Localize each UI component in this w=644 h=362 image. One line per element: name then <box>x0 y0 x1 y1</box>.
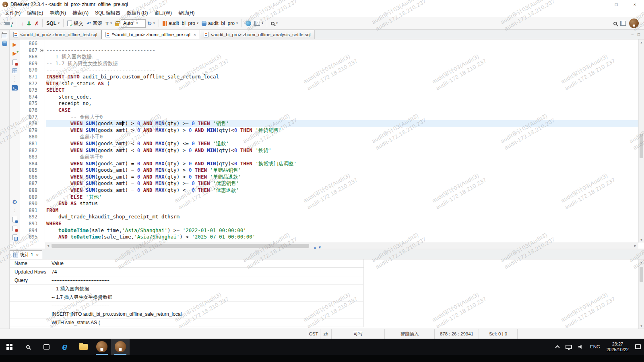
fetch-next-button[interactable]: ↓ <box>19 20 25 27</box>
code-line[interactable]: WHEN SUM(goods_amt) = 0 AND MIN(qty) > 0… <box>46 167 638 174</box>
code-line[interactable]: dwd_trade_hkaudit_shop_receipt_mt dthsrm <box>46 214 638 220</box>
code-line[interactable]: END AS status <box>46 200 638 207</box>
open-in-grid-button[interactable] <box>12 234 17 240</box>
connection-selector[interactable]: audit_bi_pro ▾ <box>161 19 200 27</box>
notification-center-button[interactable] <box>632 339 644 355</box>
execute-new-tab-button[interactable]: ▶ <box>13 51 17 56</box>
caret-icon[interactable]: ▾ <box>262 22 263 25</box>
auto-refresh-button[interactable]: ↻ ▾ <box>146 20 157 27</box>
scroll-down-icon[interactable]: ▼ <box>639 323 644 329</box>
network-button[interactable] <box>244 19 253 27</box>
editor-code[interactable]: -------------------------------------- 1… <box>45 39 638 243</box>
scroll-down-icon[interactable]: ▼ <box>639 237 644 243</box>
panel-vscrollbar[interactable]: ▲ ▼ <box>638 259 644 329</box>
database-navigator-icon[interactable] <box>2 41 7 46</box>
taskbar-explorer-button[interactable] <box>74 339 93 355</box>
caret-icon[interactable]: ▾ <box>276 22 278 25</box>
menu-item[interactable]: SQL 编辑器 <box>92 9 124 17</box>
code-line[interactable]: receipt_no, <box>46 100 638 107</box>
code-line[interactable]: INSERT INTO audit_bi_pro.custom_offline_… <box>46 74 638 80</box>
code-line[interactable]: toDateTime(sale_time,'Asia/Shanghai') >=… <box>46 227 638 234</box>
explain-plan-button[interactable] <box>12 68 17 73</box>
code-line[interactable]: WHEN SUM(goods_amt) = 0 AND MAX(qty) > 0… <box>46 160 638 167</box>
rollback-all-button[interactable]: ✗ <box>33 20 40 27</box>
task-view-button[interactable] <box>37 339 56 355</box>
language-indicator[interactable]: ENG <box>587 339 603 355</box>
terminal-button[interactable]: >_ <box>12 85 18 90</box>
caret-icon[interactable]: ▾ <box>197 22 198 25</box>
column-header-name[interactable]: Name <box>10 259 48 268</box>
hscroll-thumb[interactable] <box>52 244 309 248</box>
code-line[interactable]: WHEN SUM(goods_amt) = 0 AND MAX(qty) <= … <box>46 187 638 194</box>
editor-settings-button[interactable]: ⚙ <box>12 199 17 205</box>
caret-icon[interactable]: ▾ <box>58 22 60 25</box>
scroll-up-icon[interactable]: ▲ <box>639 39 644 45</box>
code-line[interactable]: -- 金额大于0 <box>46 114 638 121</box>
scroll-left-icon[interactable]: ◀ <box>45 243 51 249</box>
autocommit-combo[interactable]: Auto ▾ <box>121 19 146 28</box>
export-data-button[interactable] <box>12 217 17 222</box>
new-connection-button[interactable]: ▾ <box>2 21 15 27</box>
editor-tab[interactable]: *<audit_bi_pro> zhumr_offline_pre.sql× <box>101 30 200 39</box>
menu-item[interactable]: 编辑(E) <box>24 9 46 17</box>
tray-expand-button[interactable] <box>553 339 562 355</box>
taskbar-dbeaver-active-button[interactable] <box>111 339 130 355</box>
start-button[interactable] <box>0 339 19 355</box>
editor-tab[interactable]: <audit_bi_pro> zhumr_offline_test.sql <box>10 30 101 39</box>
quick-access-search-button[interactable] <box>612 21 619 27</box>
code-line[interactable]: WHEN SUM(goods_amt) < 0 AND MAX(qty) > 0… <box>46 147 638 154</box>
code-line[interactable]: WHEN SUM(goods_amt) = 0 AND MAX(qty) < 0… <box>46 174 638 181</box>
table-row[interactable]: ------------------------------------ <box>10 302 638 310</box>
save-to-file-button[interactable] <box>12 226 17 231</box>
execute-script-button[interactable] <box>12 60 17 65</box>
code-line[interactable]: WHEN SUM(goods_amt) > 0 AND MIN(qty) >= … <box>46 120 638 127</box>
code-line[interactable]: -- 1 插入国内数据 <box>46 53 638 60</box>
tray-display-button[interactable] <box>562 339 575 355</box>
close-button[interactable]: × <box>625 0 644 9</box>
code-line[interactable]: -- 1.7 插入男生女生换货数据 <box>46 60 638 67</box>
code-line[interactable]: SELECT <box>46 87 638 94</box>
schema-selector[interactable]: audit_bi_pro ▾ <box>200 19 239 27</box>
commit-button[interactable]: 提交 <box>66 19 85 28</box>
code-line[interactable]: -- 金额等于0 <box>46 154 638 160</box>
caret-icon[interactable]: ▾ <box>236 22 238 25</box>
editor-vscrollbar[interactable]: ▲ ▼ <box>638 39 644 243</box>
code-line[interactable]: ------------------------------------ <box>46 47 638 54</box>
menu-item[interactable]: 搜索(A) <box>69 9 92 17</box>
code-line[interactable]: WHEN SUM(goods_amt) < 0 AND MAX(qty) <= … <box>46 140 638 147</box>
fold-collapse-icon[interactable] <box>40 49 43 52</box>
menu-item[interactable]: 数据库(D) <box>124 9 151 17</box>
code-line[interactable] <box>46 40 638 47</box>
splitter-arrows[interactable]: ▲ ▼ <box>313 245 322 249</box>
taskbar-edge-button[interactable]: e <box>56 339 74 355</box>
stats-tab-close-icon[interactable]: × <box>36 253 39 257</box>
minimize-view-button[interactable]: – <box>631 32 634 37</box>
taskbar-dbeaver-button[interactable] <box>93 339 111 355</box>
table-row[interactable]: WITH sale_status AS ( <box>10 319 638 327</box>
table-row[interactable]: INSERT INTO audit_bi_pro.custom_offline_… <box>10 310 638 319</box>
tray-volume-button[interactable] <box>575 339 587 355</box>
column-header-value[interactable]: Value <box>48 259 364 268</box>
execute-statement-button[interactable]: ▶ <box>13 42 17 47</box>
minimize-button[interactable]: – <box>588 0 607 9</box>
layout-button[interactable]: ▾ <box>253 20 265 27</box>
menu-item[interactable]: 导航(N) <box>46 9 69 17</box>
scroll-right-icon[interactable]: ▶ <box>632 243 638 249</box>
panel-vscroll-thumb[interactable] <box>640 267 643 282</box>
taskbar-search-button[interactable] <box>19 339 37 355</box>
splitter-up-icon[interactable]: ▲ <box>313 245 317 249</box>
tab-close-icon[interactable]: × <box>194 32 196 37</box>
code-line[interactable]: ELSE '其他' <box>46 194 638 201</box>
editor-tab[interactable]: <audit_bi_pro> zhumr_offline_analysis_se… <box>200 30 314 39</box>
code-line[interactable]: CASE <box>46 107 638 114</box>
code-line[interactable]: FROM <box>46 207 638 214</box>
code-line[interactable]: AND toDateTime(sale_time,'Asia/Shanghai'… <box>46 234 638 241</box>
code-line[interactable]: ------------------------------------ <box>46 67 638 74</box>
maximize-view-button[interactable]: □ <box>638 32 640 37</box>
editor-hscrollbar[interactable]: ◀ ▶ <box>45 243 638 249</box>
caret-icon[interactable]: ▾ <box>110 22 112 25</box>
table-row[interactable]: -- 1 插入国内数据 <box>10 285 638 293</box>
splitter-down-icon[interactable]: ▼ <box>318 245 322 249</box>
caret-icon[interactable]: ▾ <box>136 22 138 25</box>
menu-item[interactable]: 窗口(W) <box>151 9 175 17</box>
